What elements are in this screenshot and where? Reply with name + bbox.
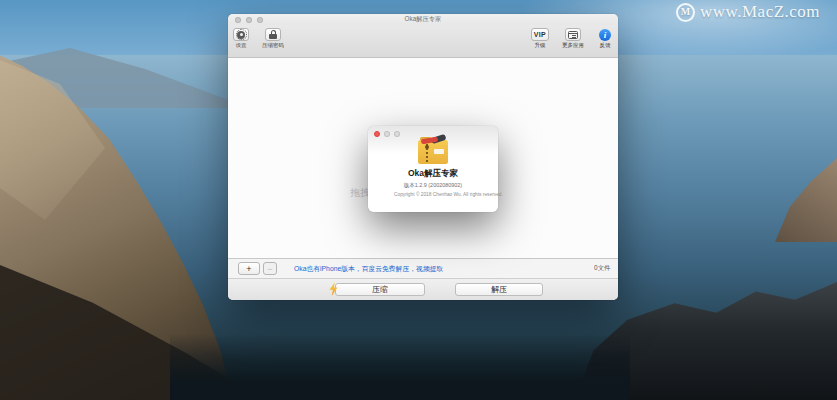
oka-app-icon [418, 137, 448, 164]
settings-button[interactable]: 设置 [233, 28, 249, 53]
more-apps-label: 更多应用 [562, 42, 584, 49]
compress-button[interactable]: 压缩 [335, 283, 425, 296]
minimize-button[interactable] [246, 17, 252, 23]
extract-button[interactable]: 解压 [455, 283, 543, 296]
about-traffic-lights [374, 131, 400, 137]
action-bar: 压缩 解压 [228, 278, 618, 300]
info-icon: i [599, 29, 611, 41]
archive-password-button[interactable]: 压缩密码 [257, 28, 289, 53]
traffic-lights [235, 17, 263, 23]
iphone-promo-link[interactable]: Oka也有iPhone版本，百度云免费解压，视频提取 [294, 260, 443, 276]
more-apps-button[interactable]: 更多应用 [557, 28, 589, 53]
macz-watermark: M www.MacZ.com [676, 2, 820, 22]
about-minimize-button [384, 131, 390, 137]
file-count: 0文件 [594, 261, 610, 276]
toolbar: 设置 压缩密码 VIP 升级 更多应用 [228, 25, 618, 58]
window-title: Oka解压专家 [287, 16, 560, 24]
about-app-name: Oka解压专家 [368, 168, 498, 180]
settings-label: 设置 [236, 42, 247, 49]
lock-icon [269, 30, 277, 39]
gear-icon [237, 31, 245, 39]
macz-site-text: www.MacZ.com [700, 2, 820, 22]
feedback-button[interactable]: i 反馈 [597, 28, 613, 53]
zoom-button[interactable] [257, 17, 263, 23]
about-close-button[interactable] [374, 131, 380, 137]
status-bar: + − Oka也有iPhone版本，百度云免费解压，视频提取 0文件 [228, 258, 618, 278]
vip-badge: VIP [534, 31, 546, 38]
close-button[interactable] [235, 17, 241, 23]
desktop: M www.MacZ.com Oka解压专家 设置 [0, 0, 837, 400]
about-version: 版本1.2.9 (2002080902) [389, 182, 477, 189]
more-apps-icon [568, 31, 578, 39]
upgrade-label: 升级 [534, 42, 545, 49]
archive-password-label: 压缩密码 [262, 42, 284, 49]
wallpaper-dark-water [170, 334, 630, 400]
upgrade-vip-button[interactable]: VIP 升级 [531, 28, 549, 53]
macz-logo-icon: M [676, 3, 695, 22]
about-dialog: Oka解压专家 版本1.2.9 (2002080902) Copyright ©… [368, 126, 498, 212]
about-zoom-button [394, 131, 400, 137]
remove-file-button[interactable]: − [263, 262, 277, 275]
feedback-label: 反馈 [600, 42, 611, 49]
about-copyright: Copyright © 2018 Chenhao Wu. All rights … [394, 192, 472, 197]
add-file-button[interactable]: + [238, 262, 260, 275]
titlebar[interactable]: Oka解压专家 [228, 14, 618, 25]
